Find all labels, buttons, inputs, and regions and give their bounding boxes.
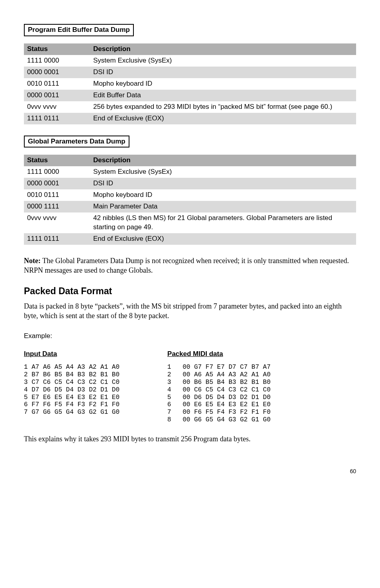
- note-text: The Global Parameters Data Dump is not r…: [24, 257, 349, 274]
- packed-heading: Packed Data Format: [24, 285, 356, 297]
- table-row: 0000 1111Main Parameter Data: [24, 201, 356, 212]
- packed-body: Data is packed in 8 byte “packets”, with…: [24, 301, 356, 321]
- cell-status: 0000 0001: [24, 178, 90, 189]
- section2-label: Global Parameters Data Dump: [24, 136, 129, 148]
- cell-status: 0000 0011: [24, 90, 90, 101]
- cell-desc: DSI ID: [90, 67, 356, 78]
- table-row: 0vvv vvvv256 bytes expanded to 293 MIDI …: [24, 101, 356, 113]
- section1-table: Status Description 1111 0000System Exclu…: [24, 43, 356, 124]
- header-status: Status: [24, 155, 90, 166]
- cell-desc: Mopho keyboard ID: [90, 189, 356, 201]
- cell-desc: End of Exclusive (EOX): [90, 233, 356, 245]
- page-number: 60: [24, 468, 356, 475]
- section1-label: Program Edit Buffer Data Dump: [24, 24, 134, 36]
- table-row: 0000 0001DSI ID: [24, 178, 356, 189]
- cell-status: 0vvv vvvv: [24, 101, 90, 113]
- cell-desc: DSI ID: [90, 178, 356, 189]
- note-paragraph: Note: The Global Parameters Data Dump is…: [24, 256, 356, 275]
- cell-desc: System Exclusive (SysEx): [90, 166, 356, 178]
- table-row: 0000 0001DSI ID: [24, 67, 356, 78]
- input-data-column: Input Data 1 A7 A6 A5 A4 A3 A2 A1 A0 2 B…: [24, 350, 119, 424]
- table-row: 1111 0111End of Exclusive (EOX): [24, 113, 356, 124]
- table-row: 1111 0000System Exclusive (SysEx): [24, 166, 356, 178]
- table-row: 0010 0111Mopho keyboard ID: [24, 189, 356, 201]
- input-data-title: Input Data: [24, 350, 119, 359]
- cell-desc: Edit Buffer Data: [90, 90, 356, 101]
- note-label: Note:: [24, 257, 41, 265]
- header-status: Status: [24, 43, 90, 55]
- header-description: Description: [90, 155, 356, 166]
- cell-desc: 42 nibbles (LS then MS) for 21 Global pa…: [90, 212, 356, 233]
- packed-data-block: 1 00 G7 F7 E7 D7 C7 B7 A7 2 00 A6 A5 A4 …: [167, 364, 270, 424]
- table-header-row: Status Description: [24, 43, 356, 55]
- packed-data-column: Packed MIDI data 1 00 G7 F7 E7 D7 C7 B7 …: [167, 350, 270, 424]
- cell-status: 0010 0111: [24, 78, 90, 90]
- table-row: 1111 0000System Exclusive (SysEx): [24, 55, 356, 67]
- packed-data-title: Packed MIDI data: [167, 350, 270, 359]
- cell-status: 1111 0000: [24, 166, 90, 178]
- cell-desc: Mopho keyboard ID: [90, 78, 356, 90]
- table-row: 1111 0111End of Exclusive (EOX): [24, 233, 356, 245]
- cell-status: 0vvv vvvv: [24, 212, 90, 233]
- cell-status: 1111 0111: [24, 233, 90, 245]
- table-row: 0000 0011Edit Buffer Data: [24, 90, 356, 101]
- cell-status: 1111 0000: [24, 55, 90, 67]
- table-header-row: Status Description: [24, 155, 356, 166]
- table-row: 0010 0111Mopho keyboard ID: [24, 78, 356, 90]
- cell-desc: Main Parameter Data: [90, 201, 356, 212]
- cell-status: 0000 0001: [24, 67, 90, 78]
- section2-table: Status Description 1111 0000System Exclu…: [24, 155, 356, 245]
- cell-desc: End of Exclusive (EOX): [90, 113, 356, 124]
- cell-status: 0000 1111: [24, 201, 90, 212]
- footer-paragraph: This explains why it takes 293 MIDI byte…: [24, 434, 356, 444]
- table-row: 0vvv vvvv42 nibbles (LS then MS) for 21 …: [24, 212, 356, 233]
- cell-status: 1111 0111: [24, 113, 90, 124]
- header-description: Description: [90, 43, 356, 55]
- data-columns: Input Data 1 A7 A6 A5 A4 A3 A2 A1 A0 2 B…: [24, 350, 356, 424]
- input-data-block: 1 A7 A6 A5 A4 A3 A2 A1 A0 2 B7 B6 B5 B4 …: [24, 364, 119, 416]
- cell-desc: 256 bytes expanded to 293 MIDI bytes in …: [90, 101, 356, 113]
- example-label: Example:: [24, 332, 356, 341]
- cell-status: 0010 0111: [24, 189, 90, 201]
- cell-desc: System Exclusive (SysEx): [90, 55, 356, 67]
